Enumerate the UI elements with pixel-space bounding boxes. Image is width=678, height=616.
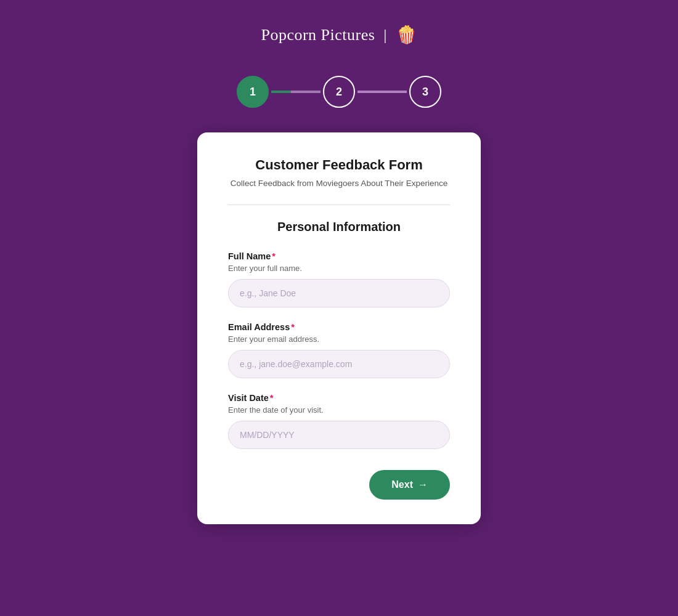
email-description: Enter your email address. bbox=[228, 334, 450, 344]
full-name-description: Enter your full name. bbox=[228, 264, 450, 273]
step-connector-1 bbox=[271, 91, 321, 93]
visit-date-label: Visit Date* bbox=[228, 393, 450, 403]
step-2[interactable]: 2 bbox=[323, 76, 355, 108]
step-3[interactable]: 3 bbox=[409, 76, 441, 108]
next-button-label: Next bbox=[391, 479, 413, 490]
popcorn-icon: 🍿 bbox=[396, 25, 417, 45]
visit-date-required: * bbox=[270, 393, 274, 403]
email-input[interactable] bbox=[228, 350, 450, 378]
form-title: Customer Feedback Form bbox=[228, 157, 450, 173]
arrow-right-icon: → bbox=[418, 479, 428, 490]
email-label: Email Address* bbox=[228, 322, 450, 332]
header: Popcorn Pictures | 🍿 bbox=[261, 25, 417, 45]
form-subtitle: Collect Feedback from Moviegoers About T… bbox=[228, 178, 450, 190]
email-field-group: Email Address* Enter your email address. bbox=[228, 322, 450, 378]
full-name-input[interactable] bbox=[228, 279, 450, 307]
stepper: 1 2 3 bbox=[237, 76, 441, 108]
full-name-field-group: Full Name* Enter your full name. bbox=[228, 251, 450, 307]
logo-divider: | bbox=[383, 26, 386, 44]
step-1[interactable]: 1 bbox=[237, 76, 269, 108]
logo-text: Popcorn Pictures bbox=[261, 26, 375, 44]
next-button[interactable]: Next → bbox=[369, 470, 450, 500]
visit-date-description: Enter the date of your visit. bbox=[228, 405, 450, 415]
visit-date-input[interactable] bbox=[228, 421, 450, 449]
visit-date-field-group: Visit Date* Enter the date of your visit… bbox=[228, 393, 450, 449]
full-name-required: * bbox=[272, 251, 276, 261]
form-card: Customer Feedback Form Collect Feedback … bbox=[197, 132, 481, 524]
section-title: Personal Information bbox=[228, 220, 450, 234]
email-required: * bbox=[291, 322, 295, 332]
form-divider bbox=[228, 205, 450, 205]
full-name-label: Full Name* bbox=[228, 251, 450, 261]
step-connector-2 bbox=[357, 91, 407, 93]
button-row: Next → bbox=[228, 464, 450, 500]
